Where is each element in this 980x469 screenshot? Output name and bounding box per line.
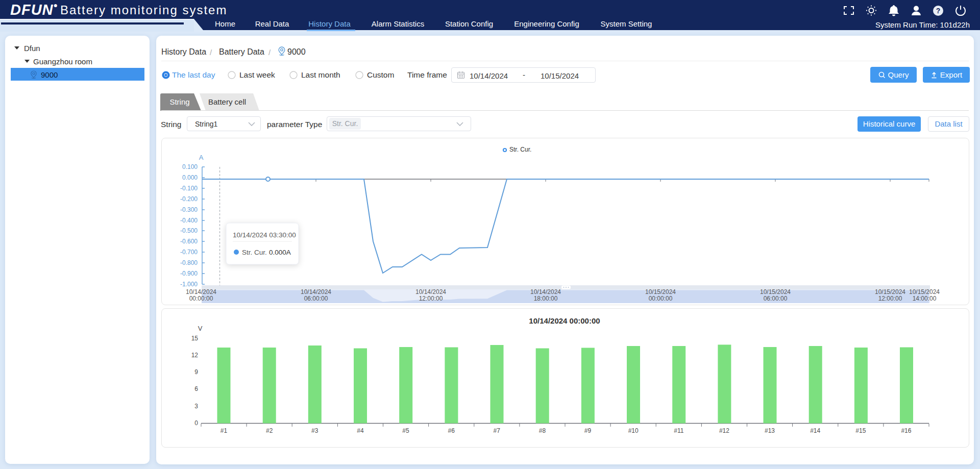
svg-text:#1: #1	[220, 427, 228, 434]
svg-text:0.000A: 0.000A	[269, 249, 291, 256]
svg-text:10/14/2024: 10/14/2024	[301, 288, 331, 295]
svg-text:10/15/2024: 10/15/2024	[760, 288, 791, 295]
svg-text:#6: #6	[448, 427, 455, 434]
svg-text:14:00:00: 14:00:00	[913, 295, 937, 302]
svg-text:06:00:00: 06:00:00	[764, 295, 788, 302]
svg-text:6: 6	[194, 385, 198, 392]
svg-text:?: ?	[936, 7, 941, 15]
svg-text:0: 0	[194, 419, 198, 427]
svg-text:#3: #3	[311, 427, 318, 434]
svg-text:#14: #14	[810, 427, 820, 434]
svg-text:10/14/2024: 10/14/2024	[415, 288, 446, 295]
svg-text:06:00:00: 06:00:00	[304, 295, 328, 302]
svg-text:-0.500: -0.500	[180, 227, 198, 234]
svg-text:#4: #4	[357, 427, 364, 434]
svg-text:#9: #9	[584, 427, 592, 434]
svg-text:-1.000: -1.000	[180, 281, 198, 288]
svg-text:#13: #13	[765, 427, 775, 434]
svg-text:-0.400: -0.400	[180, 217, 198, 224]
svg-text:-0.600: -0.600	[180, 238, 198, 245]
svg-text:#8: #8	[539, 427, 546, 434]
svg-text:#12: #12	[719, 427, 729, 434]
svg-text:10/15/2024: 10/15/2024	[645, 288, 676, 295]
svg-text:#7: #7	[494, 427, 501, 434]
svg-text:18:00:00: 18:00:00	[534, 295, 558, 302]
svg-text:#16: #16	[901, 427, 911, 434]
svg-text:-0.300: -0.300	[180, 206, 198, 213]
svg-text:String: String	[169, 97, 189, 106]
svg-text:10/15/2024: 10/15/2024	[875, 288, 905, 295]
svg-text:12:00:00: 12:00:00	[419, 295, 443, 302]
svg-text:10/14/2024: 10/14/2024	[186, 288, 216, 295]
svg-text:12: 12	[191, 352, 199, 359]
svg-text:#15: #15	[855, 427, 866, 434]
svg-text:10/14/2024 03:30:00: 10/14/2024 03:30:00	[233, 231, 296, 239]
svg-text:-0.100: -0.100	[180, 185, 198, 192]
svg-text:3: 3	[194, 403, 198, 410]
svg-text:0.000: 0.000	[182, 174, 198, 181]
svg-text:V: V	[198, 325, 203, 332]
svg-text:A: A	[199, 154, 204, 161]
svg-text:Battery cell: Battery cell	[208, 97, 246, 106]
svg-text:#2: #2	[266, 427, 273, 434]
svg-text:-0.800: -0.800	[180, 259, 198, 266]
svg-text:Str. Cur.: Str. Cur.	[242, 249, 267, 256]
svg-text:12:00:00: 12:00:00	[878, 295, 902, 302]
svg-text:10/15/2024: 10/15/2024	[909, 288, 940, 295]
svg-text:-0.200: -0.200	[180, 195, 198, 203]
svg-text:10/14/2024: 10/14/2024	[530, 288, 561, 295]
svg-text:9: 9	[194, 368, 198, 376]
svg-text:00:00:00: 00:00:00	[649, 295, 673, 302]
svg-text:15: 15	[191, 335, 199, 342]
svg-text:Str. Cur.: Str. Cur.	[509, 146, 531, 153]
svg-text:10/14/2024 00:00:00: 10/14/2024 00:00:00	[529, 316, 600, 325]
svg-text:00:00:00: 00:00:00	[189, 295, 213, 302]
svg-text:-0.900: -0.900	[180, 270, 198, 277]
svg-text:-0.700: -0.700	[180, 249, 198, 256]
svg-text:#10: #10	[628, 427, 639, 434]
svg-text:0.100: 0.100	[182, 163, 198, 170]
svg-text:#5: #5	[402, 427, 409, 434]
svg-text:#11: #11	[674, 427, 683, 434]
